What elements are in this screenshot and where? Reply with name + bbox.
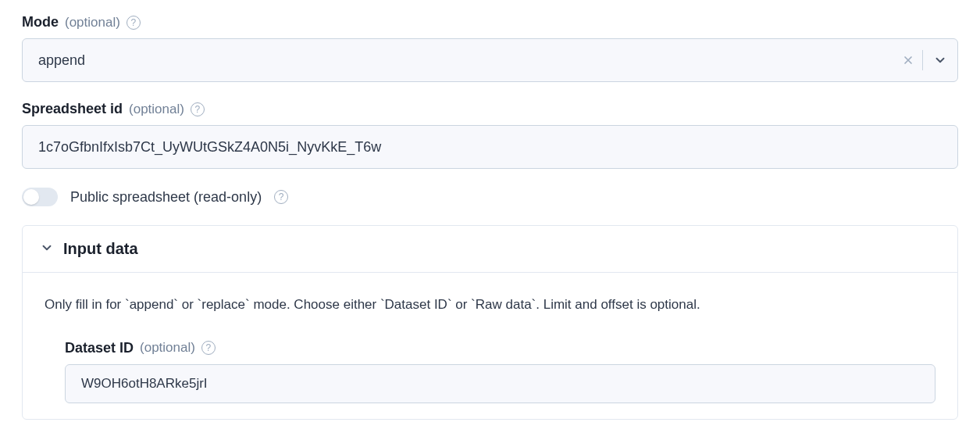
mode-select-value: append xyxy=(38,52,887,69)
spreadsheet-id-field: Spreadsheet id (optional) ? xyxy=(22,101,958,169)
chevron-down-icon xyxy=(40,241,54,258)
dataset-id-optional-tag: (optional) xyxy=(140,340,195,356)
mode-label-row: Mode (optional) ? xyxy=(22,14,958,30)
input-data-body: Only fill in for `append` or `replace` m… xyxy=(23,273,957,419)
mode-field: Mode (optional) ? append xyxy=(22,14,958,82)
spreadsheet-label-row: Spreadsheet id (optional) ? xyxy=(22,101,958,117)
mode-label: Mode xyxy=(22,14,59,30)
mode-select-controls xyxy=(894,39,957,81)
public-spreadsheet-row: Public spreadsheet (read-only) ? xyxy=(22,188,958,206)
dataset-id-input[interactable] xyxy=(65,364,935,403)
input-data-panel: Input data Only fill in for `append` or … xyxy=(22,225,958,420)
input-data-description: Only fill in for `append` or `replace` m… xyxy=(45,295,935,315)
help-icon[interactable]: ? xyxy=(127,16,141,30)
mode-optional-tag: (optional) xyxy=(65,15,120,30)
dataset-id-label-row: Dataset ID (optional) ? xyxy=(65,340,935,356)
spreadsheet-optional-tag: (optional) xyxy=(129,102,184,117)
input-data-title: Input data xyxy=(63,240,138,258)
dataset-id-field: Dataset ID (optional) ? xyxy=(45,340,935,403)
help-icon[interactable]: ? xyxy=(201,341,216,355)
help-icon[interactable]: ? xyxy=(274,190,288,204)
dataset-id-label: Dataset ID xyxy=(65,340,134,356)
spreadsheet-label: Spreadsheet id xyxy=(22,101,123,117)
clear-icon[interactable] xyxy=(894,39,922,81)
chevron-down-icon[interactable] xyxy=(923,39,957,81)
mode-select[interactable]: append xyxy=(22,38,958,82)
public-spreadsheet-label: Public spreadsheet (read-only) xyxy=(70,189,262,206)
input-data-header[interactable]: Input data xyxy=(23,226,957,273)
toggle-thumb xyxy=(23,189,39,205)
spreadsheet-id-input[interactable] xyxy=(22,125,958,169)
help-icon[interactable]: ? xyxy=(191,102,205,116)
public-spreadsheet-toggle[interactable] xyxy=(22,188,58,206)
